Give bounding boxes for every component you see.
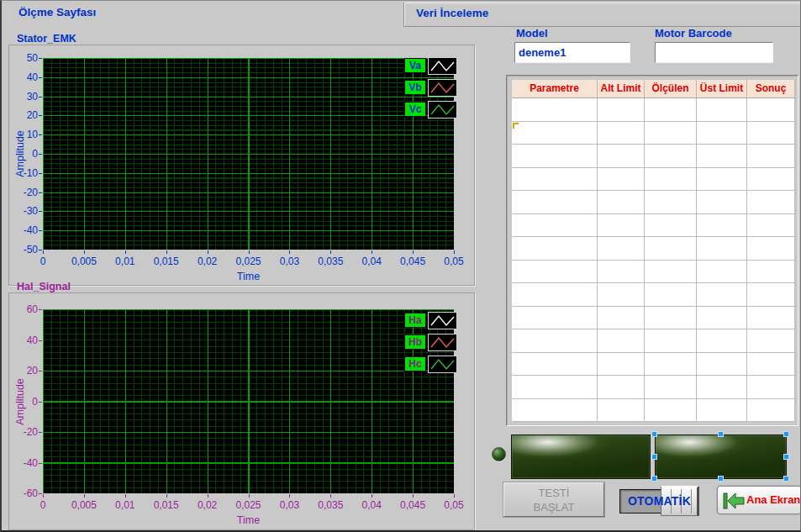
table-cell[interactable] <box>645 191 697 213</box>
legend-item-vb[interactable]: Vb <box>404 79 458 97</box>
table-cell[interactable] <box>747 168 795 191</box>
table-cell[interactable] <box>598 261 645 283</box>
x-axis-label: Time <box>237 271 260 282</box>
table-cell[interactable] <box>747 376 795 398</box>
table-cell[interactable] <box>747 261 795 283</box>
table-cell[interactable] <box>747 329 795 352</box>
table-cell[interactable] <box>512 98 598 121</box>
table-cell[interactable] <box>512 353 598 376</box>
x-tick-label: 0,025 <box>235 255 261 267</box>
table-cell[interactable] <box>598 191 645 213</box>
tab-veri-inceleme[interactable]: Veri İnceleme <box>403 3 800 27</box>
x-tick-mark <box>330 494 331 498</box>
table-cell[interactable] <box>598 214 645 237</box>
table-cell[interactable] <box>697 191 747 213</box>
legend-item-hc[interactable]: Hc <box>404 356 458 373</box>
table-cell[interactable] <box>747 307 795 329</box>
table-cell[interactable] <box>697 261 747 283</box>
x-tick-label: 0,035 <box>318 499 343 511</box>
status-display-right <box>655 435 787 479</box>
table-cell[interactable] <box>645 376 697 398</box>
table-cell[interactable] <box>747 145 795 167</box>
table-cell[interactable] <box>747 98 795 121</box>
table-cell[interactable] <box>598 283 645 306</box>
x-tick-mark <box>413 250 414 254</box>
table-cell[interactable] <box>645 237 697 260</box>
table-cell[interactable] <box>645 214 697 237</box>
table-cell[interactable] <box>645 145 697 167</box>
table-row <box>512 191 795 214</box>
table-cell[interactable] <box>645 98 697 121</box>
table-cell[interactable] <box>512 145 598 167</box>
table-cell[interactable] <box>747 122 795 145</box>
table-cell[interactable] <box>598 329 645 352</box>
table-cell[interactable] <box>598 307 645 329</box>
table-cell[interactable] <box>697 122 747 145</box>
x-tick-label: 0,05 <box>444 499 463 511</box>
home-button[interactable]: Ana Ekran <box>717 486 801 514</box>
y-tick-mark <box>39 154 42 155</box>
legend-item-hb[interactable]: Hb <box>404 334 458 351</box>
table-cell[interactable] <box>697 98 747 121</box>
table-cell[interactable] <box>645 283 697 306</box>
table-cell[interactable] <box>598 353 645 376</box>
start-test-button[interactable]: TESTİ BAŞLAT <box>503 482 604 517</box>
table-cell[interactable] <box>697 376 747 398</box>
table-cell[interactable] <box>512 168 598 191</box>
table-cell[interactable] <box>697 237 747 260</box>
table-cell[interactable] <box>645 122 697 145</box>
legend-item-va[interactable]: Va <box>404 57 458 75</box>
table-cell[interactable] <box>697 353 747 376</box>
table-cell[interactable] <box>697 168 747 191</box>
x-tick-mark <box>208 494 208 498</box>
table-cell[interactable] <box>512 261 598 283</box>
table-row <box>512 168 795 192</box>
table-cell[interactable] <box>598 399 645 422</box>
table-row <box>512 353 795 377</box>
tab-olcme-sayfasi[interactable]: Ölçme Sayfası <box>18 6 96 18</box>
table-cell[interactable] <box>512 191 598 213</box>
table-cell[interactable] <box>645 399 697 422</box>
table-cell[interactable] <box>645 168 697 191</box>
table-cell[interactable] <box>512 376 598 398</box>
legend-item-vc[interactable]: Vc <box>404 101 458 119</box>
table-cell[interactable] <box>747 237 795 260</box>
table-cell[interactable] <box>598 168 645 191</box>
legend-chip: Hc <box>404 356 426 371</box>
table-cell[interactable] <box>645 329 697 352</box>
table-cell[interactable] <box>512 283 598 306</box>
table-cell[interactable] <box>747 399 795 422</box>
x-tick-mark <box>289 494 290 498</box>
table-cell[interactable] <box>512 214 598 237</box>
table-cell[interactable] <box>645 353 697 376</box>
table-cell[interactable] <box>598 237 645 260</box>
table-cell[interactable] <box>747 283 795 306</box>
table-cell[interactable] <box>697 329 747 352</box>
table-cell[interactable] <box>512 307 598 329</box>
results-table: ParametreAlt LimitÖlçülenÜst LimitSonuç <box>506 75 798 426</box>
table-cell[interactable] <box>697 307 747 329</box>
table-cell[interactable] <box>598 145 645 167</box>
table-cell[interactable] <box>697 214 747 237</box>
table-cell[interactable] <box>747 353 795 376</box>
legend-chip: Vc <box>404 102 426 117</box>
motor-barcode-input[interactable] <box>655 42 773 63</box>
table-cell[interactable] <box>598 122 645 145</box>
table-cell[interactable] <box>598 98 645 121</box>
table-cell[interactable] <box>512 399 598 422</box>
table-cell[interactable] <box>697 283 747 306</box>
chart2-title: Hal_Signal <box>17 281 71 292</box>
table-cell[interactable] <box>598 376 645 398</box>
table-cell[interactable] <box>645 261 697 283</box>
table-cell[interactable] <box>512 122 598 145</box>
table-cell[interactable] <box>512 329 598 352</box>
table-cell[interactable] <box>697 145 747 167</box>
legend-item-ha[interactable]: Ha <box>404 312 458 329</box>
legend-line-sample <box>428 334 457 351</box>
table-cell[interactable] <box>747 214 795 237</box>
table-cell[interactable] <box>747 191 795 213</box>
table-cell[interactable] <box>697 399 747 422</box>
table-cell[interactable] <box>512 237 598 260</box>
table-cell[interactable] <box>645 307 697 329</box>
model-input[interactable] <box>514 42 630 63</box>
